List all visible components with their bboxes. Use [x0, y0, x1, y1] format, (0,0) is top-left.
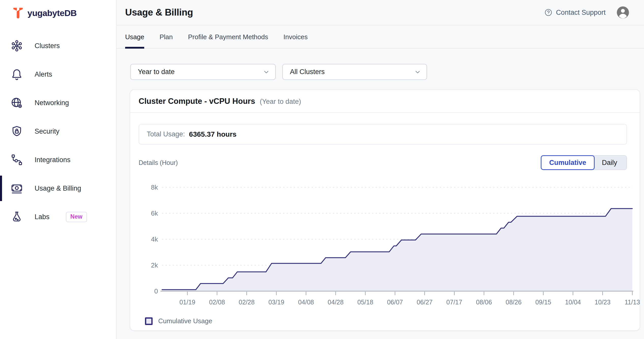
sidebar-item-label: Clusters [35, 42, 60, 50]
sidebar-item-alerts[interactable]: Alerts [0, 60, 116, 89]
cluster-select[interactable]: All Clusters [282, 64, 427, 80]
brand-logo: yugabyteDB [0, 0, 116, 19]
usage-chart-area: 02k4k6k8k01/1902/0802/2803/1904/0804/280… [139, 176, 640, 311]
usage-card-subtitle: (Year to date) [260, 98, 301, 106]
svg-text:11/13: 11/13 [625, 299, 640, 306]
cumulative-usage-legend-checkbox[interactable] [145, 317, 153, 325]
usage-card-header: Cluster Compute - vCPU Hours (Year to da… [130, 90, 640, 113]
user-avatar[interactable] [616, 6, 630, 19]
chart-legend: Cumulative Usage [145, 317, 640, 325]
svg-text:03/19: 03/19 [268, 299, 284, 306]
daily-toggle-button[interactable]: Daily [593, 155, 627, 170]
svg-text:2k: 2k [151, 261, 158, 269]
period-select[interactable]: Year to date [130, 64, 276, 80]
new-badge: New [66, 212, 87, 222]
sidebar-item-clusters[interactable]: Clusters [0, 32, 116, 60]
sidebar-item-label: Security [35, 128, 60, 135]
sidebar-item-labs[interactable]: LabsNew [0, 203, 116, 231]
svg-text:08/26: 08/26 [506, 299, 522, 306]
filters: Year to date All Clusters [130, 64, 644, 80]
svg-text:02/08: 02/08 [209, 299, 225, 306]
usage-card: Cluster Compute - vCPU Hours (Year to da… [130, 89, 640, 331]
svg-text:04/28: 04/28 [328, 299, 344, 306]
billing-tabs: UsagePlanProfile & Payment MethodsInvoic… [116, 25, 644, 49]
sidebar-item-label: Networking [35, 99, 69, 107]
sidebar-item-label: Usage & Billing [35, 185, 81, 192]
cumulative-toggle-button[interactable]: Cumulative [541, 155, 595, 170]
globe-gear-icon [10, 96, 23, 109]
total-usage-box: Total Usage: 6365.37 hours [139, 124, 627, 145]
tab-invoices[interactable]: Invoices [283, 33, 308, 48]
sidebar-item-label: Labs [35, 213, 50, 221]
usage-chart: 02k4k6k8k01/1902/0802/2803/1904/0804/280… [139, 176, 633, 311]
sidebar: yugabyteDB ClustersAlertsNetworkingSecur… [0, 0, 116, 339]
svg-text:06/07: 06/07 [387, 299, 403, 306]
chevron-down-icon [414, 68, 421, 76]
svg-text:0: 0 [154, 287, 158, 295]
topbar-right: Contact Support [544, 6, 630, 19]
total-usage-value: 6365.37 hours [189, 130, 237, 138]
details-label: Details (Hour) [139, 159, 178, 166]
shield-lock-icon [10, 125, 23, 138]
sidebar-nav: ClustersAlertsNetworkingSecurityIntegrat… [0, 32, 116, 231]
sidebar-item-label: Integrations [35, 156, 70, 164]
total-usage-label: Total Usage: [147, 130, 185, 138]
page-title: Usage & Billing [125, 7, 193, 18]
tab-usage[interactable]: Usage [125, 33, 144, 48]
svg-text:09/15: 09/15 [535, 299, 551, 306]
main-content: Usage & Billing Contact Support UsagePla… [116, 0, 644, 339]
sidebar-item-networking[interactable]: Networking [0, 89, 116, 117]
svg-text:01/19: 01/19 [179, 299, 195, 306]
svg-text:04/08: 04/08 [298, 299, 314, 306]
sidebar-item-label: Alerts [35, 70, 52, 78]
topbar: Usage & Billing Contact Support [116, 0, 644, 25]
banknote-icon [10, 182, 23, 195]
tab-profile-payment-methods[interactable]: Profile & Payment Methods [188, 33, 268, 48]
svg-text:10/04: 10/04 [565, 299, 581, 306]
clusters-icon [10, 39, 23, 52]
chevron-down-icon [262, 68, 270, 76]
integrations-icon [10, 153, 23, 166]
sidebar-item-security[interactable]: Security [0, 117, 116, 146]
brand-name: yugabyteDB [27, 8, 77, 18]
usage-card-title: Cluster Compute - vCPU Hours [139, 97, 255, 106]
bell-icon [10, 68, 23, 81]
cluster-select-value: All Clusters [290, 68, 325, 76]
tab-plan[interactable]: Plan [159, 33, 173, 48]
period-select-value: Year to date [138, 68, 175, 76]
cumulative-usage-legend-label: Cumulative Usage [158, 317, 212, 325]
svg-text:4k: 4k [151, 235, 158, 243]
svg-text:08/06: 08/06 [476, 299, 492, 306]
svg-text:8k: 8k [151, 183, 158, 191]
svg-text:05/18: 05/18 [357, 299, 373, 306]
help-question-icon [544, 8, 552, 17]
svg-text:6k: 6k [151, 209, 158, 217]
svg-text:06/27: 06/27 [417, 299, 433, 306]
svg-text:02/28: 02/28 [239, 299, 255, 306]
sidebar-item-usage-billing[interactable]: Usage & Billing [0, 174, 116, 203]
yugabyte-logo-icon [13, 7, 23, 19]
view-mode-toggle: Cumulative Daily [541, 155, 627, 170]
contact-support-button[interactable]: Contact Support [544, 8, 606, 17]
contact-support-label: Contact Support [556, 9, 606, 17]
svg-text:10/23: 10/23 [595, 299, 611, 306]
svg-text:07/17: 07/17 [446, 299, 462, 306]
sidebar-item-integrations[interactable]: Integrations [0, 146, 116, 174]
details-row: Details (Hour) Cumulative Daily [139, 155, 627, 170]
flask-icon [10, 210, 23, 223]
